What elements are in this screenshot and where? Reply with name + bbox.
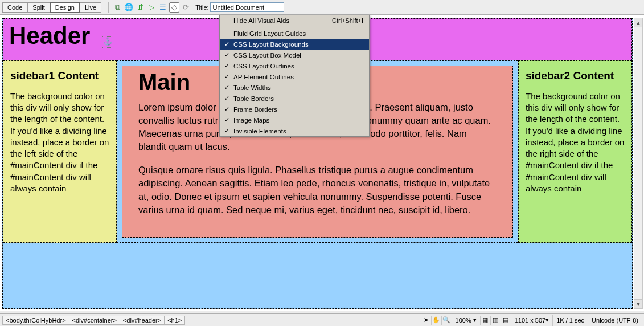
check-icon: ✓ <box>224 62 233 70</box>
live-view-button[interactable]: Live <box>80 2 101 13</box>
menu-label: Invisible Elements <box>233 128 363 135</box>
menu-label: Image Maps <box>233 117 363 124</box>
tag-h1[interactable]: <h1> <box>164 316 185 325</box>
menu-item-table-borders[interactable]: ✓Table Borders <box>220 93 369 104</box>
sidebar2-body[interactable]: The background color on this div will on… <box>526 91 625 194</box>
header-heading[interactable]: Header <box>9 22 90 50</box>
menu-item-css-layout-outlines[interactable]: ✓CSS Layout Outlines <box>220 60 369 71</box>
file-management-icon[interactable]: ⇵ <box>135 2 145 13</box>
page-size: 1K / 1 sec <box>552 315 588 326</box>
menu-label: CSS Layout Backgrounds <box>233 41 363 48</box>
code-view-button[interactable]: Code <box>2 2 27 13</box>
check-icon: ✓ <box>224 51 233 59</box>
menu-label: Table Borders <box>233 95 363 102</box>
view-mode-3-icon[interactable]: ▤ <box>501 316 511 325</box>
view-mode-1-icon[interactable]: ▦ <box>480 316 490 325</box>
sidebar2-heading[interactable]: sidebar2 Content <box>526 69 625 83</box>
select-tool-icon[interactable]: ➤ <box>421 316 431 325</box>
browser-list-icon[interactable]: ☰ <box>158 2 168 13</box>
visual-aids-menu: Hide All Visual Aids Ctrl+Shift+I Fluid … <box>219 15 370 137</box>
tag-selector-path: <body.thrColHybHdr> <div#container> <div… <box>0 316 184 325</box>
zoom-tool-icon[interactable]: 🔍 <box>441 316 452 325</box>
refresh-icon[interactable]: ⟳ <box>181 2 191 13</box>
sidebar1-region[interactable]: sidebar1 Content The background color on… <box>3 60 117 243</box>
tag-header[interactable]: <div#header> <box>120 316 165 325</box>
live-code-icon[interactable]: ⧉ <box>112 2 122 13</box>
status-bar: <body.thrColHybHdr> <div#container> <div… <box>0 313 644 326</box>
view-mode-2-icon[interactable]: ▥ <box>490 316 501 325</box>
check-icon: ✓ <box>224 116 233 124</box>
sidebar1-body[interactable]: The background color on this div will on… <box>10 91 109 194</box>
menu-separator <box>221 27 368 27</box>
check-icon: ✓ <box>224 40 233 48</box>
menu-label: AP Element Outlines <box>233 74 363 80</box>
document-title-input[interactable] <box>210 2 284 12</box>
check-icon: ✓ <box>224 84 233 91</box>
menu-label: CSS Layout Outlines <box>233 63 363 70</box>
scroll-up-icon[interactable]: ▲ <box>634 18 642 27</box>
tag-body[interactable]: <body.thrColHybHdr> <box>2 316 69 325</box>
zoom-level[interactable]: 100% ▾ <box>452 315 480 326</box>
menu-label: Table Widths <box>233 84 363 91</box>
sidebar2-region[interactable]: sidebar2 Content The background color on… <box>518 60 632 243</box>
menu-item-css-layout-box-model[interactable]: ✓CSS Layout Box Model <box>220 50 369 60</box>
menu-item-ap-element-outlines[interactable]: ✓AP Element Outlines <box>220 71 369 82</box>
menu-item-table-widths[interactable]: ✓Table Widths <box>220 82 369 93</box>
title-label: Title: <box>195 4 208 11</box>
encoding: Unicode (UTF-8) <box>588 315 642 326</box>
check-icon: ✓ <box>224 105 233 113</box>
menu-label: Fluid Grid Layout Guides <box>233 30 363 37</box>
menu-item-image-maps[interactable]: ✓Image Maps <box>220 115 369 125</box>
anchor-marker-icon[interactable]: ⚓ <box>102 36 113 48</box>
view-mode-group: Code Split Design Live <box>2 2 101 13</box>
tag-container[interactable]: <div#container> <box>69 316 120 325</box>
check-icon: ✓ <box>224 73 233 80</box>
hand-tool-icon[interactable]: ✋ <box>431 316 441 325</box>
menu-shortcut: Ctrl+Shift+I <box>332 17 363 24</box>
globe-icon[interactable]: 🌐 <box>124 2 134 13</box>
menu-item-invisible-elements[interactable]: ✓Invisible Elements <box>220 125 369 136</box>
sidebar1-heading[interactable]: sidebar1 Content <box>10 69 109 83</box>
vertical-scrollbar[interactable]: ▲ ▼ <box>634 18 643 309</box>
split-view-button[interactable]: Split <box>27 2 50 13</box>
menu-item-css-layout-backgrounds[interactable]: ✓CSS Layout Backgrounds <box>220 39 369 50</box>
main-paragraph-2[interactable]: Quisque ornare risus quis ligula. Phasel… <box>138 164 497 216</box>
status-right-group: ➤ ✋ 🔍 100% ▾ ▦ ▥ ▤ 1101 x 507▾ 1K / 1 se… <box>421 315 644 326</box>
menu-hide-all-visual-aids[interactable]: Hide All Visual Aids Ctrl+Shift+I <box>220 15 369 26</box>
window-dimensions[interactable]: 1101 x 507▾ <box>511 315 552 326</box>
visual-aids-icon[interactable]: ◇ <box>169 2 179 13</box>
menu-label: Hide All Visual Aids <box>233 17 332 24</box>
scroll-down-icon[interactable]: ▼ <box>634 299 642 308</box>
menu-label: CSS Layout Box Model <box>233 52 363 59</box>
menu-item-frame-borders[interactable]: ✓Frame Borders <box>220 104 369 115</box>
preview-icon[interactable]: ▷ <box>146 2 157 13</box>
document-toolbar: Code Split Design Live ⧉ 🌐 ⇵ ▷ ☰ ◇ ⟳ Tit… <box>0 0 644 15</box>
check-icon: ✓ <box>224 127 233 135</box>
menu-label: Frame Borders <box>233 106 363 113</box>
menu-item-fluid-grid-layout-guides[interactable]: Fluid Grid Layout Guides <box>220 28 369 39</box>
toolbar-separator <box>108 2 109 13</box>
design-view-button[interactable]: Design <box>50 2 80 13</box>
check-icon: ✓ <box>224 95 233 102</box>
